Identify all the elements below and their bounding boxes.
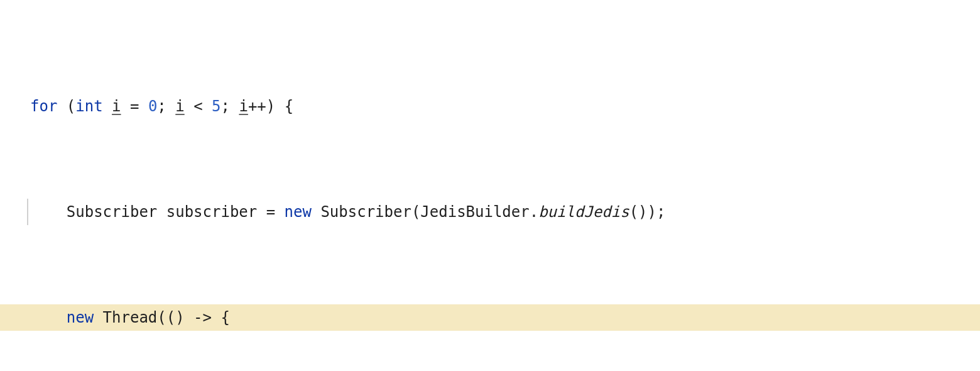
code-line: new Thread(() -> { [0, 304, 980, 331]
code-line: for (int i = 0; i < 5; i++) { [0, 93, 980, 119]
var-i: i [112, 97, 121, 115]
var-i: i [175, 97, 184, 115]
keyword-for: for [30, 97, 57, 115]
caret-gutter [27, 199, 28, 225]
code-line: Subscriber subscriber = new Subscriber(J… [0, 199, 980, 225]
num-5: 5 [212, 97, 220, 115]
num-0: 0 [148, 97, 157, 115]
var-i: i [239, 97, 248, 115]
method-buildJedis: buildJedis [538, 203, 629, 221]
keyword-new: new [67, 309, 94, 326]
keyword-int: int [75, 97, 102, 115]
code-editor[interactable]: for (int i = 0; i < 5; i++) { Subscriber… [0, 0, 980, 371]
subscriber-decl: Subscriber subscriber = [67, 203, 285, 221]
keyword-new: new [285, 203, 312, 221]
